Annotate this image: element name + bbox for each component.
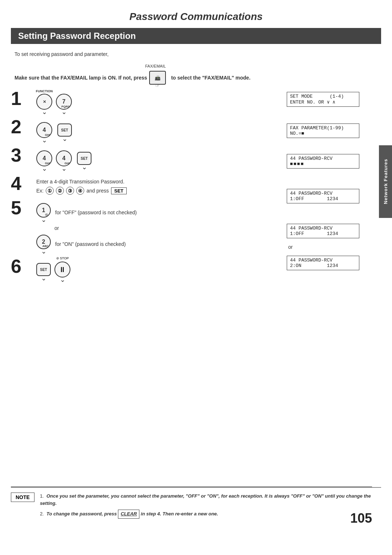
key4-sub-3b: GHI <box>65 162 70 165</box>
ex-press: and press <box>86 188 109 194</box>
page-number: 105 <box>350 511 372 526</box>
finger-press-3c: ⌄ <box>82 166 87 169</box>
finger-press-1b: ⌄ <box>61 110 67 114</box>
lcd2-line1: FAX PARAMETER(1-99) <box>290 125 356 131</box>
make-sure-end: to select the "FAX/EMAIL" mode. <box>171 75 250 81</box>
key4-num-2: 4 <box>43 127 46 133</box>
lcd-display-4: 44 PASSWORD-RCV 1:OFF 1234 <box>287 189 359 203</box>
key2-button[interactable]: 2 ABC <box>36 235 51 249</box>
step-5-number: 5 <box>11 198 36 217</box>
lcd4-line1: 44 PASSWORD-RCV <box>290 191 356 196</box>
lcd6-line1: 44 PASSWORD-RCV <box>290 258 356 263</box>
lcd6-line2: 2:ON 1234 <box>290 263 356 268</box>
finger-press-6a: ⌄ <box>41 277 46 280</box>
make-sure-text: Make sure that the FAX/EMAIL lamp is ON.… <box>15 75 147 81</box>
lcd-display-6: 44 PASSWORD-RCV 2:ON 1234 <box>287 256 359 270</box>
sidebar-label: Network Features <box>383 159 388 204</box>
section-header: Setting Password Reception <box>11 28 381 44</box>
key2-sub: ABC <box>42 244 49 248</box>
set-button-inline[interactable]: SET <box>111 187 127 194</box>
set-button-3[interactable]: SET <box>77 152 91 165</box>
finger-press-2a: ⌄ <box>42 139 47 142</box>
lcd1-line1: SET MODE (1-4) <box>290 94 356 99</box>
key4-button-wrapper-3b: 4 GHI ⌄ <box>56 150 72 170</box>
num-circle-2: ② <box>56 187 64 195</box>
lcd-display-2: FAX PARAMETER(1-99) NO.=■ <box>287 123 359 138</box>
function-button[interactable]: FUNCTION ✕ <box>36 94 52 110</box>
key4-button-wrapper-3a: 4 GHI ⌄ <box>36 150 52 170</box>
lcd5-line2: 1:OFF 1234 <box>290 231 356 236</box>
key4-button-3a[interactable]: 4 GHI <box>36 150 52 166</box>
step-2-number: 2 <box>11 117 36 136</box>
finger-press-1a: ⌄ <box>42 110 47 114</box>
key1-sub: @. <box>45 213 49 216</box>
step5-option2-text: for "ON" (password is checked) <box>55 241 126 247</box>
key4-button-2[interactable]: 4 GHI <box>36 122 52 138</box>
set-button-wrapper-6: SET ⌄ <box>36 263 51 280</box>
set-button-2[interactable]: SET <box>57 123 72 137</box>
key4-button-3b[interactable]: 4 GHI <box>56 150 72 166</box>
key4-button-wrapper-2: 4 GHI ⌄ <box>36 122 52 142</box>
set-button-wrapper-2: SET ⌄ <box>57 123 72 141</box>
key4-num-3b: 4 <box>62 155 66 162</box>
num-circle-1: ① <box>46 187 54 195</box>
key2-button-wrapper: 2 ABC ⌄ <box>36 235 51 253</box>
step5-option1-text: for "OFF" (password is not checked) <box>55 210 137 215</box>
num-circle-4: ④ <box>76 187 84 195</box>
lcd-display-1: SET MODE (1-4) ENTER NO. OR ∨ ∧ <box>287 92 359 107</box>
sidebar-tab: Network Features <box>379 145 392 218</box>
step4-example: Ex: ① ② ③ ④ and press SET <box>36 187 127 195</box>
stop-button[interactable]: ⊘ STOP ⏸ <box>54 262 70 278</box>
lcd-display-3: 44 PASSWORD-RCV ■■■■ <box>287 154 359 169</box>
lcd5-line1: 44 PASSWORD-RCV <box>290 226 356 231</box>
clear-button-ref: CLEAR <box>118 510 139 519</box>
step-3-number: 3 <box>11 146 36 165</box>
intro-text: To set receiving password and parameter, <box>15 51 367 57</box>
finger-press-5b: ⌄ <box>41 250 46 253</box>
ex-label: Ex: <box>36 188 44 194</box>
note-item-1: 1. Once you set the parameter, you canno… <box>40 493 372 508</box>
step-4-number: 4 <box>11 174 36 193</box>
set-button-6[interactable]: SET <box>36 263 51 276</box>
function-button-wrapper: FUNCTION ✕ ⌄ <box>36 94 52 114</box>
key7-sub: PQRS <box>61 105 70 108</box>
finger-press-5a: ⌄ <box>41 218 46 222</box>
lcd4-line2: 1:OFF 1234 <box>290 196 356 202</box>
finger-press-3a: ⌄ <box>42 167 47 170</box>
key1-button[interactable]: 1 @. <box>36 203 51 218</box>
key4-sub-2: GHI <box>45 133 50 137</box>
key1-button-wrapper: 1 @. ⌄ <box>36 203 51 222</box>
step4-desc: Enter a 4-digit Transmission Password. <box>36 179 124 185</box>
make-sure-line: Make sure that the FAX/EMAIL lamp is ON.… <box>15 71 367 85</box>
finger-press-6b: ⌄ <box>60 278 65 281</box>
finger-press-2b: ⌄ <box>62 137 68 141</box>
key7-button[interactable]: 7 PQRS <box>56 94 72 110</box>
num-circle-3: ③ <box>66 187 74 195</box>
fax-email-label: FAX/EMAIL <box>145 64 166 68</box>
key4-sub-3a: GHI <box>45 162 50 165</box>
display-column: SET MODE (1-4) ENTER NO. OR ∨ ∧ FAX PARA… <box>287 92 359 270</box>
display-or-label: or <box>288 244 359 250</box>
step5-option2: 2 ABC ⌄ for "ON" (password is checked) <box>36 235 137 253</box>
lcd3-line1: 44 PASSWORD-RCV <box>290 156 356 161</box>
finger-press-3b: ⌄ <box>61 167 67 170</box>
step5-option1: 1 @. ⌄ for "OFF" (password is not checke… <box>36 203 137 222</box>
note-section: NOTE 1. Once you set the parameter, you … <box>11 486 372 519</box>
key7-button-wrapper: 7 PQRS ⌄ <box>56 94 72 114</box>
fax-email-button[interactable]: 📠 ☞ <box>149 71 166 85</box>
lcd-display-5: 44 PASSWORD-RCV 1:OFF 1234 <box>287 224 359 238</box>
function-label: FUNCTION <box>36 89 53 93</box>
note-item-2: 2. To change the password, press CLEAR i… <box>40 510 372 519</box>
stop-label: ⊘ STOP <box>56 256 69 260</box>
note-content: 1. Once you set the parameter, you canno… <box>40 493 372 519</box>
step-1-number: 1 <box>11 89 36 108</box>
key7-num: 7 <box>62 98 66 105</box>
lcd1-line2: ENTER NO. OR ∨ ∧ <box>290 99 356 105</box>
step5-or-text: or <box>54 225 137 231</box>
lcd2-line2: NO.=■ <box>290 131 356 136</box>
set-button-wrapper-3: SET ⌄ <box>77 152 91 169</box>
step-6-number: 6 <box>11 257 36 276</box>
key4-num-3a: 4 <box>43 155 46 162</box>
note-label: NOTE <box>11 493 34 502</box>
stop-button-wrapper-6: ⊘ STOP ⏸ ⌄ <box>54 262 70 281</box>
